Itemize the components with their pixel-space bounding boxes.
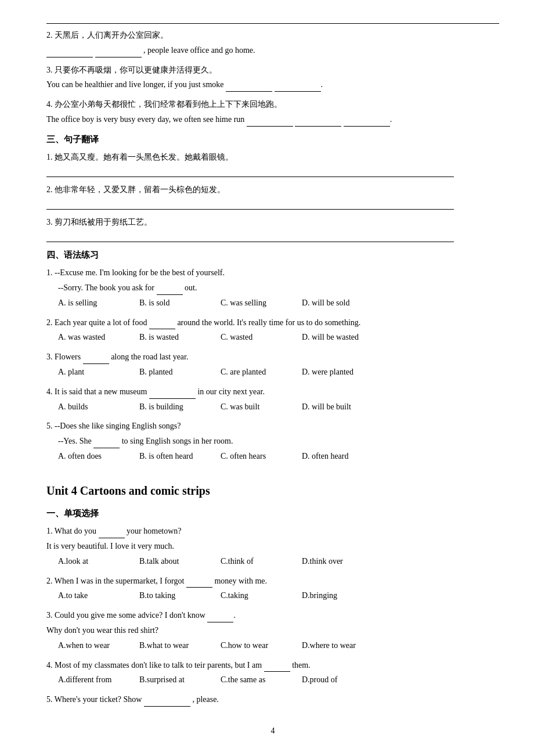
s4-q5-text: 5. --Does she like singing English songs… xyxy=(46,419,499,433)
prev-section-item2: 2. 天黑后，人们离开办公室回家。 , people leave office … xyxy=(46,28,499,57)
s4-q2-optB: B. is wasted xyxy=(139,330,209,344)
s4-q1: 1. --Excuse me. I'm looking for be the b… xyxy=(46,266,499,309)
prev-section-item4: 4. 办公室小弟每天都很忙，我们经常都看到他上上下下来回地跑。 The offi… xyxy=(46,98,499,127)
s4-q1-options: A. is selling B. is sold C. was selling … xyxy=(58,296,499,310)
item4-en: The office boy is very busy every day, w… xyxy=(46,113,499,127)
s3-item3: 3. 剪刀和纸被用于剪纸工艺。 xyxy=(46,215,499,242)
s3-item2-cn: 2. 他非常年轻，又爱又胖，留着一头棕色的短发。 xyxy=(46,183,499,197)
s4-q5-optD: D. often heard xyxy=(302,449,371,463)
u4-q1-optC: C.think of xyxy=(221,555,290,568)
blank6 xyxy=(295,117,341,127)
s4-q2-optC: C. wasted xyxy=(221,330,290,344)
blank2 xyxy=(95,48,142,57)
s4-q1-optD: D. will be sold xyxy=(302,296,371,310)
s4-q4-text: 4. It is said that a new museum in our c… xyxy=(46,385,499,399)
s4-q2: 2. Each year quite a lot of food around … xyxy=(46,316,499,345)
u4-q2-optD: D.bringing xyxy=(302,589,371,603)
u4-q1-optA: A.look at xyxy=(58,555,128,568)
blank-u4q5 xyxy=(144,697,190,707)
u4-q3-optA: A.when to wear xyxy=(58,639,128,653)
u4-q2-optA: A.to take xyxy=(58,589,128,603)
u4-q2-optB: B.to taking xyxy=(139,589,209,603)
blank-u4q2 xyxy=(186,578,212,588)
s3-item1: 1. 她又高又瘦。她有着一头黑色长发。她戴着眼镜。 xyxy=(46,150,499,177)
s4-q5-optA: A. often does xyxy=(58,449,128,463)
u4-q4: 4. Most of my classmates don't like to t… xyxy=(46,658,499,687)
s4-q3-text: 3. Flowers along the road last year. xyxy=(46,350,499,364)
blank-q5 xyxy=(93,439,120,448)
u4-q3-optC: C.how to wear xyxy=(221,639,290,653)
item3-cn: 3. 只要你不再吸烟，你可以更健康并活得更久。 xyxy=(46,63,499,77)
u4-q3-options: A.when to wear B.what to wear C.how to w… xyxy=(58,639,499,653)
u4-q1-text: 1. What do you your hometown? xyxy=(46,524,499,538)
u4-q5-text: 5. Where's your ticket? Show , please. xyxy=(46,693,499,707)
s3-item1-cn: 1. 她又高又瘦。她有着一头黑色长发。她戴着眼镜。 xyxy=(46,150,499,164)
s4-q3-options: A. plant B. planted C. are planted D. we… xyxy=(58,365,499,379)
u4-q1-options: A.look at B.talk about C.think of D.thin… xyxy=(58,555,499,568)
unit4-title: Unit 4 Cartoons and comic strips xyxy=(46,481,499,501)
s4-q3: 3. Flowers along the road last year. A. … xyxy=(46,350,499,379)
s4-q5-optC: C. often hears xyxy=(221,449,290,463)
blank7 xyxy=(344,117,390,127)
s3-item3-line xyxy=(46,232,454,242)
page-number: 4 xyxy=(46,724,499,738)
top-divider xyxy=(46,23,499,24)
s4-q4-options: A. builds B. is building C. was built D.… xyxy=(58,400,499,414)
s4-q5-sub: --Yes. She to sing English songs in her … xyxy=(58,434,499,448)
blank4 xyxy=(275,82,321,92)
s4-q2-optA: A. was wasted xyxy=(58,330,128,344)
s4-q3-optB: B. planted xyxy=(139,365,209,379)
blank1 xyxy=(46,48,93,57)
unit4-s1-title: 一、单项选择 xyxy=(46,506,499,521)
s4-q2-text: 2. Each year quite a lot of food around … xyxy=(46,316,499,330)
blank-u4q1 xyxy=(99,529,125,538)
s4-q1-optB: B. is sold xyxy=(139,296,209,310)
section3-title: 三、句子翻译 xyxy=(46,132,499,147)
s4-q5-optB: B. is often heard xyxy=(139,449,209,463)
s3-item2-line xyxy=(46,199,454,210)
u4-q5: 5. Where's your ticket? Show , please. xyxy=(46,693,499,707)
blank-q3 xyxy=(83,355,109,364)
unit4-section: Unit 4 Cartoons and comic strips 一、单项选择 … xyxy=(46,481,499,707)
u4-q4-optD: D.proud of xyxy=(302,673,371,687)
prev-section-item3: 3. 只要你不再吸烟，你可以更健康并活得更久。 You can be healt… xyxy=(46,63,499,92)
u4-q2-options: A.to take B.to taking C.taking D.bringin… xyxy=(58,589,499,603)
s4-q4: 4. It is said that a new museum in our c… xyxy=(46,385,499,414)
s4-q4-optB: B. is building xyxy=(139,400,209,414)
s4-q5-options: A. often does B. is often heard C. often… xyxy=(58,449,499,463)
section3: 三、句子翻译 1. 她又高又瘦。她有着一头黑色长发。她戴着眼镜。 2. 他非常年… xyxy=(46,132,499,242)
u4-q4-optB: B.surprised at xyxy=(139,673,209,687)
blank5 xyxy=(247,117,293,127)
blank-q1 xyxy=(157,286,183,295)
s3-item2: 2. 他非常年轻，又爱又胖，留着一头棕色的短发。 xyxy=(46,183,499,210)
u4-q1-optB: B.talk about xyxy=(139,555,209,568)
u4-q2-optC: C.taking xyxy=(221,589,290,603)
u4-q4-optA: A.different from xyxy=(58,673,128,687)
page-num-text: 4 xyxy=(271,726,275,735)
blank-q2 xyxy=(149,320,175,329)
u4-q3: 3. Could you give me some advice? I don'… xyxy=(46,609,499,652)
item2-cn: 2. 天黑后，人们离开办公室回家。 xyxy=(46,28,499,42)
u4-q1-optD: D.think over xyxy=(302,555,371,568)
u4-q3-text: 3. Could you give me some advice? I don'… xyxy=(46,609,499,622)
s4-q1-text: 1. --Excuse me. I'm looking for be the b… xyxy=(46,266,499,280)
s4-q1-optA: A. is selling xyxy=(58,296,128,310)
s4-q2-options: A. was wasted B. is wasted C. wasted D. … xyxy=(58,330,499,344)
s4-q1-optC: C. was selling xyxy=(221,296,290,310)
s4-q5: 5. --Does she like singing English songs… xyxy=(46,419,499,463)
s4-q3-optC: C. are planted xyxy=(221,365,290,379)
s3-item3-cn: 3. 剪刀和纸被用于剪纸工艺。 xyxy=(46,215,499,229)
s4-q4-optC: C. was built xyxy=(221,400,290,414)
blank3 xyxy=(226,82,272,92)
blank-u4q3 xyxy=(207,613,233,622)
u4-q2-text: 2. When I was in the supermarket, I forg… xyxy=(46,574,499,588)
s4-q3-optD: D. were planted xyxy=(302,365,371,379)
item3-en: You can be healthier and live longer, if… xyxy=(46,78,499,92)
s4-q4-optD: D. will be built xyxy=(302,400,371,414)
u4-q3-sub: Why don't you wear this red shirt? xyxy=(46,624,499,638)
u4-q2: 2. When I was in the supermarket, I forg… xyxy=(46,574,499,603)
u4-q4-text: 4. Most of my classmates don't like to t… xyxy=(46,658,499,672)
u4-q3-optB: B.what to wear xyxy=(139,639,209,653)
u4-q4-options: A.different from B.surprised at C.the sa… xyxy=(58,673,499,687)
s4-q2-optD: D. will be wasted xyxy=(302,330,371,344)
